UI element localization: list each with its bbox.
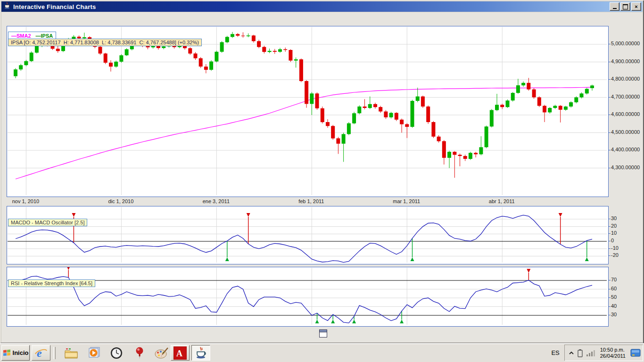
applet-status-icon (319, 329, 327, 337)
sell-signal-arrow-icon (66, 267, 70, 270)
sell-signal-arrow-icon (527, 269, 530, 272)
clock-app-button[interactable] (109, 346, 124, 360)
system-tray: ES 10:50 p.m. 26/04/2011 (546, 345, 643, 361)
pushpin-icon (133, 346, 145, 360)
rsi-line-chart[interactable] (7, 267, 607, 325)
quote-info-box: IPSA [O: 4,752.20117 H: 4,771.83008 L: 4… (8, 39, 202, 46)
paint-palette-icon (155, 347, 169, 359)
macd-axis-label: 30 (611, 215, 617, 221)
java-app-icon (3, 2, 11, 11)
java-task-icon (194, 346, 207, 360)
price-chart-panel[interactable] (7, 26, 609, 197)
internet-explorer-icon: e (34, 346, 48, 360)
adobe-reader-button[interactable]: A (171, 345, 190, 361)
pushpin-button[interactable] (132, 346, 146, 360)
internet-explorer-button[interactable]: e (32, 345, 50, 361)
legend-item-ipsa: —IPSA (36, 33, 53, 39)
sell-signal-arrow-icon (559, 213, 562, 217)
x-axis-label: feb 1, 2011 (288, 198, 335, 204)
rsi-axis-label: 50 (611, 294, 617, 300)
price-axis-label: 5,000.00000 (611, 41, 640, 46)
x-axis-label: abr 1, 2011 (478, 198, 525, 204)
desktop: Interactive Financial Charts × —SMA2 —IP… (0, 0, 644, 362)
buy-signal-arrow-icon (225, 257, 229, 261)
paint-button[interactable] (155, 346, 169, 360)
macd-axis-label: -10 (611, 245, 619, 251)
x-axis-label: dic 1, 2010 (97, 198, 144, 204)
buy-signal-arrow-icon (585, 257, 589, 261)
x-axis-label: ene 3, 2011 (192, 198, 239, 204)
rsi-chart-panel[interactable] (7, 267, 609, 327)
show-desktop-icon[interactable] (630, 349, 641, 357)
macd-axis-label: 20 (611, 223, 617, 229)
start-button-label: Inicio (13, 349, 29, 356)
buy-signal-arrow-icon (352, 320, 356, 323)
java-task-button[interactable] (191, 345, 210, 361)
macd-axis-label: 10 (611, 230, 617, 236)
x-axis-label: nov 1, 2010 (2, 198, 49, 204)
macd-axis-label: -20 (611, 252, 619, 258)
legend-item-sma2: —SMA2 (11, 33, 31, 39)
macd-line (16, 215, 592, 262)
price-axis-label: 4,900.00000 (611, 58, 640, 64)
tray-date: 26/04/2011 (600, 353, 626, 359)
x-axis-label: mar 1, 2011 (383, 198, 430, 204)
rsi-line (16, 276, 592, 323)
close-button[interactable]: × (631, 2, 641, 11)
rsi-axis-label: 40 (611, 303, 617, 309)
svg-text:A: A (176, 349, 182, 358)
rsi-axis-label: 60 (611, 286, 617, 291)
price-axis-label: 4,400.00000 (611, 147, 640, 152)
signal-strength-icon[interactable] (586, 349, 595, 357)
folder-icon (65, 347, 78, 359)
macd-panel-title: MACDO - MACD Oscillator [2.5] (8, 219, 87, 226)
taskbar: Inicio e (0, 343, 644, 362)
language-indicator[interactable]: ES (546, 349, 564, 356)
buy-signal-arrow-icon (331, 320, 335, 323)
buy-signal-arrow-icon (315, 320, 319, 323)
rsi-axis-label: 30 (611, 312, 617, 317)
clock-icon (110, 346, 123, 360)
buy-signal-arrow-icon (400, 320, 404, 323)
price-axis-label: 4,500.00000 (611, 129, 640, 135)
minimize-button[interactable] (610, 2, 619, 11)
price-axis-label: 4,300.00000 (611, 165, 640, 170)
window-title: Interactive Financial Charts (13, 3, 96, 10)
tray-time: 10:50 p.m. (600, 347, 626, 353)
media-player-icon (87, 347, 100, 359)
rsi-panel-title: RSI - Relative Strength Index [64.5] (8, 280, 95, 287)
candlestick-chart[interactable] (7, 26, 607, 196)
price-axis-label: 4,800.00000 (611, 76, 640, 82)
macd-axis-label: 0 (611, 238, 614, 243)
macd-line-chart[interactable] (7, 206, 607, 263)
price-axis-label: 4,700.00000 (611, 94, 640, 99)
tray-panel: 10:50 p.m. 26/04/2011 (564, 345, 643, 361)
quick-launch-separator (53, 347, 56, 359)
buy-signal-arrow-icon (411, 257, 414, 261)
show-hidden-icons-chevron[interactable] (569, 350, 574, 356)
price-axis-label: 4,600.00000 (611, 111, 640, 117)
start-button[interactable]: Inicio (1, 345, 30, 361)
battery-icon[interactable] (577, 349, 583, 357)
maximize-button[interactable] (620, 2, 630, 11)
sell-signal-arrow-icon (72, 213, 75, 217)
sell-signal-arrow-icon (247, 213, 250, 217)
app-window: Interactive Financial Charts × —SMA2 —IP… (0, 0, 644, 344)
titlebar[interactable]: Interactive Financial Charts × (1, 1, 643, 12)
adobe-reader-icon: A (173, 346, 187, 360)
media-player-button[interactable] (87, 346, 101, 360)
tray-clock[interactable]: 10:50 p.m. 26/04/2011 (598, 347, 627, 359)
file-explorer-button[interactable] (64, 346, 78, 360)
windows-logo-icon (3, 349, 11, 356)
svg-text:e: e (37, 347, 42, 359)
macd-chart-panel[interactable] (7, 206, 609, 264)
rsi-axis-label: 70 (611, 277, 617, 282)
